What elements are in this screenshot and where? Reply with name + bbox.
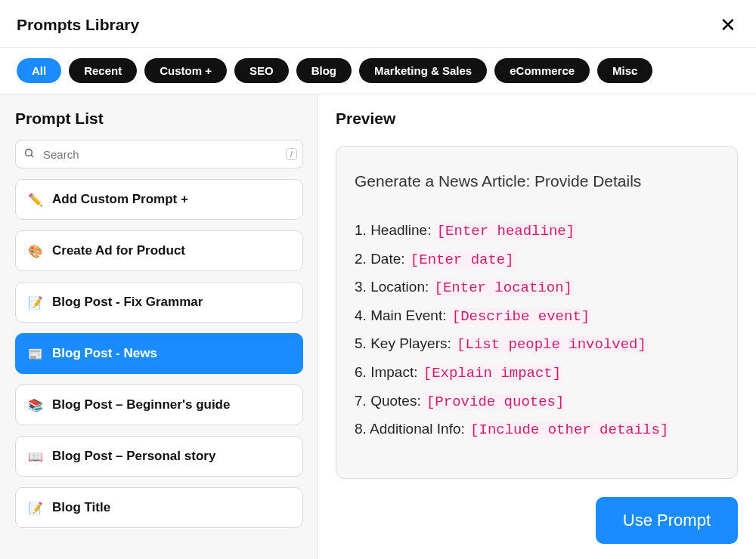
field-num: 8.: [355, 421, 367, 437]
field-label: Impact:: [370, 364, 417, 380]
list-item-label: Blog Post - Fix Grammar: [52, 295, 203, 310]
field-placeholder: [Enter date]: [409, 252, 516, 268]
preview-field: 4. Main Event: [Describe event]: [355, 306, 719, 327]
pill-ecommerce[interactable]: eCommerce: [494, 58, 590, 83]
field-label: Date:: [370, 251, 404, 267]
books-icon: 📚: [28, 398, 43, 412]
field-placeholder: [Enter headline]: [435, 223, 576, 239]
list-item-label: Blog Post - News: [52, 346, 157, 361]
field-label: Additional Info:: [370, 421, 465, 437]
list-item-add-custom[interactable]: ✏️ Add Custom Prompt +: [15, 179, 303, 220]
field-label: Quotes:: [370, 393, 421, 409]
list-item-blog-title[interactable]: 📝 Blog Title: [15, 487, 303, 528]
preview-field: 3. Location: [Enter location]: [355, 277, 719, 298]
slash-shortcut-badge: /: [286, 148, 297, 160]
field-placeholder: [Explain impact]: [422, 365, 562, 381]
field-label: Location:: [370, 279, 429, 295]
pencil-icon: ✏️: [28, 193, 43, 207]
preview-heading: Preview: [336, 110, 738, 128]
search-wrap: /: [15, 140, 303, 168]
list-item-personal-story[interactable]: 📖 Blog Post – Personal story: [15, 436, 303, 477]
open-book-icon: 📖: [28, 449, 43, 464]
field-num: 4.: [355, 307, 367, 323]
field-num: 7.: [355, 393, 367, 409]
field-placeholder: [Provide quotes]: [425, 394, 565, 410]
palette-icon: 🎨: [28, 244, 43, 258]
prompt-list-heading: Prompt List: [15, 110, 303, 128]
field-num: 1.: [355, 222, 367, 238]
pill-custom[interactable]: Custom +: [144, 58, 227, 83]
pill-seo[interactable]: SEO: [234, 58, 289, 83]
close-icon[interactable]: ✕: [717, 14, 739, 36]
list-item-create-ad[interactable]: 🎨 Create Ad for Product: [15, 230, 303, 271]
field-placeholder: [Enter location]: [433, 280, 574, 296]
modal-body: Prompt List / ✏️ Add Custom Prompt + 🎨 C…: [0, 94, 756, 559]
list-item-label: Add Custom Prompt +: [52, 192, 188, 207]
preview-field: 1. Headline: [Enter headline]: [355, 221, 719, 242]
pill-marketing[interactable]: Marketing & Sales: [359, 58, 487, 83]
pill-recent[interactable]: Recent: [69, 58, 137, 83]
search-input[interactable]: [15, 140, 303, 168]
list-item-label: Blog Post – Personal story: [52, 449, 215, 464]
field-num: 2.: [355, 251, 367, 267]
field-label: Main Event:: [370, 307, 446, 323]
preview-field: 8. Additional Info: [Include other detai…: [355, 419, 719, 440]
modal-header: Prompts Library ✕: [0, 0, 756, 47]
preview-panel: Preview Generate a News Article: Provide…: [318, 94, 756, 559]
pill-all[interactable]: All: [17, 58, 61, 83]
prompts-library-modal: Prompts Library ✕ All Recent Custom + SE…: [0, 0, 756, 559]
memo-icon: 📝: [28, 501, 43, 515]
modal-title: Prompts Library: [17, 16, 139, 34]
list-item-blog-news[interactable]: 📰 Blog Post - News: [15, 333, 303, 374]
list-item-label: Blog Post – Beginner's guide: [52, 397, 230, 412]
category-pills: All Recent Custom + SEO Blog Marketing &…: [0, 48, 756, 94]
field-placeholder: [List people involved]: [455, 336, 648, 353]
preview-fields: 1. Headline: [Enter headline] 2. Date: […: [355, 221, 719, 440]
preview-field: 7. Quotes: [Provide quotes]: [355, 391, 719, 412]
preview-box: Generate a News Article: Provide Details…: [336, 146, 738, 479]
preview-actions: Use Prompt: [336, 497, 738, 544]
list-item-label: Blog Title: [52, 500, 110, 515]
list-item-label: Create Ad for Product: [52, 243, 185, 258]
pill-blog[interactable]: Blog: [296, 58, 352, 83]
field-label: Key Players:: [370, 335, 451, 351]
field-num: 6.: [355, 364, 367, 380]
field-placeholder: [Describe event]: [451, 308, 591, 325]
preview-title: Generate a News Article: Provide Details: [355, 172, 719, 190]
list-item-beginners-guide[interactable]: 📚 Blog Post – Beginner's guide: [15, 385, 303, 425]
preview-field: 6. Impact: [Explain impact]: [355, 363, 719, 384]
svg-line-1: [31, 155, 33, 157]
list-item-fix-grammar[interactable]: 📝 Blog Post - Fix Grammar: [15, 282, 303, 323]
field-placeholder: [Include other details]: [469, 422, 670, 438]
preview-field: 2. Date: [Enter date]: [355, 249, 719, 270]
newspaper-icon: 📰: [28, 347, 43, 361]
prompt-list: ✏️ Add Custom Prompt + 🎨 Create Ad for P…: [15, 179, 303, 528]
memo-icon: 📝: [28, 295, 43, 310]
field-num: 5.: [355, 335, 367, 351]
pill-misc[interactable]: Misc: [597, 58, 652, 83]
search-icon: [23, 147, 35, 161]
field-num: 3.: [355, 279, 367, 295]
prompt-list-panel: Prompt List / ✏️ Add Custom Prompt + 🎨 C…: [0, 94, 318, 559]
field-label: Headline:: [370, 222, 431, 238]
svg-point-0: [26, 150, 33, 156]
preview-field: 5. Key Players: [List people involved]: [355, 334, 719, 355]
use-prompt-button[interactable]: Use Prompt: [596, 497, 738, 544]
